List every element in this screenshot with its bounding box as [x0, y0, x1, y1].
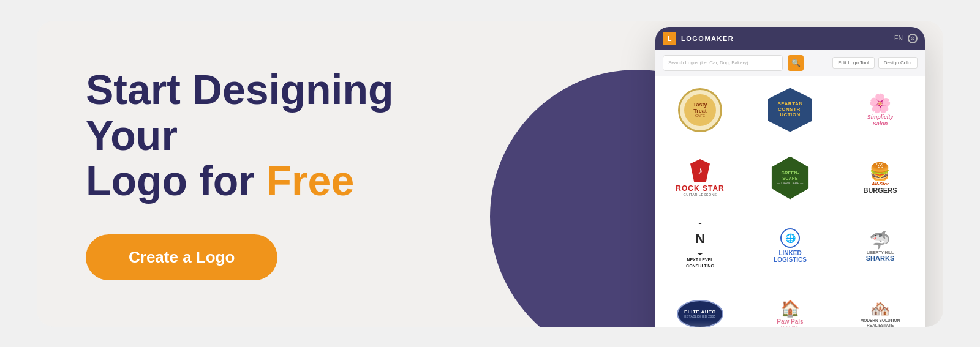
logo-cell-rockstar[interactable]: ♪ ROCK STAR GUITAR LESSONS — [655, 144, 745, 212]
search-input[interactable]: Search Logos (i.e. Car, Dog, Bakery) — [663, 55, 783, 71]
paw-icon: 🏠 — [780, 299, 800, 318]
logo-grid-wrapper: TastyTreat CAFE SPARTANCONSTR-UCTION — [655, 76, 925, 327]
left-content: Start Designing Your Logo for Free Creat… — [86, 67, 441, 280]
allstar-icon: 🍔 — [869, 162, 891, 182]
app-titlebar-right: EN ⚙ — [894, 34, 918, 43]
logo-cell-allstar[interactable]: 🍔 All-Star BURGERS — [835, 144, 925, 212]
logo-cell-elite[interactable]: ELITE AUTO ESTABLISHED 2005 — [655, 280, 745, 327]
app-titlebar: L LOGOMAKER EN ⚙ — [655, 27, 925, 50]
logo-cell-greenscape[interactable]: GREEN-SCAPE — Lawn Care — — [745, 144, 835, 212]
nextlevel-hexagon: N — [684, 223, 716, 255]
allstar-name: BURGERS — [863, 187, 897, 194]
headline-line2: Logo for Free — [86, 157, 354, 204]
app-titlebar-left: L LOGOMAKER — [663, 32, 734, 45]
sharks-name: SHARKS — [866, 255, 894, 262]
app-logo-box: L — [663, 32, 676, 45]
salon-icon: 🌸 — [869, 92, 891, 114]
logo-cell-salon[interactable]: 🌸 SimplicitySalon — [835, 76, 925, 144]
app-mockup: L LOGOMAKER EN ⚙ Search Logos (i.e. Car,… — [655, 27, 925, 327]
logo-cell-paw[interactable]: 🏠 Paw Pals PET CARE — [745, 280, 835, 327]
logo-grid: TastyTreat CAFE SPARTANCONSTR-UCTION — [655, 76, 925, 327]
logo-cell-nextlevel[interactable]: N NEXT LEVELCONSULTING — [655, 212, 745, 280]
rockstar-shape-icon: ♪ — [690, 159, 710, 182]
linked-globe-icon: 🌐 — [780, 228, 800, 248]
lang-selector[interactable]: EN — [894, 35, 903, 42]
logo-cell-tasty-treat[interactable]: TastyTreat CAFE — [655, 76, 745, 144]
linked-name: LINKEDLOGISTICS — [774, 250, 807, 263]
bottom-fade — [655, 321, 925, 327]
shark-icon: 🦈 — [869, 230, 891, 250]
headline-line1: Start Designing Your — [86, 66, 394, 159]
create-logo-button[interactable]: Create a Logo — [86, 234, 277, 280]
settings-icon[interactable]: ⚙ — [908, 34, 918, 43]
design-color-tab[interactable]: Design Color — [878, 57, 918, 69]
app-search-bar: Search Logos (i.e. Car, Dog, Bakery) 🔍 E… — [655, 50, 925, 76]
app-title: LOGOMAKER — [681, 35, 734, 42]
edit-logo-tab[interactable]: Edit Logo Tool — [832, 57, 875, 69]
nextlevel-text: NEXT LEVELCONSULTING — [686, 257, 714, 268]
logo-cell-linked[interactable]: 🌐 LINKEDLOGISTICS — [745, 212, 835, 280]
search-button[interactable]: 🔍 — [788, 55, 804, 71]
banner: Start Designing Your Logo for Free Creat… — [37, 21, 943, 327]
headline: Start Designing Your Logo for Free — [86, 67, 441, 204]
logo-cell-sharks[interactable]: 🦈 LIBERTY HILL SHARKS — [835, 212, 925, 280]
building-icon: 🏘️ — [870, 299, 890, 318]
logo-cell-modern[interactable]: 🏘️ MODERN SOLUTIONREAL ESTATE — [835, 280, 925, 327]
logo-cell-spartan[interactable]: SPARTANCONSTR-UCTION — [745, 76, 835, 144]
app-content: TastyTreat CAFE SPARTANCONSTR-UCTION — [655, 76, 925, 327]
sharks-sub: LIBERTY HILL — [867, 250, 894, 255]
